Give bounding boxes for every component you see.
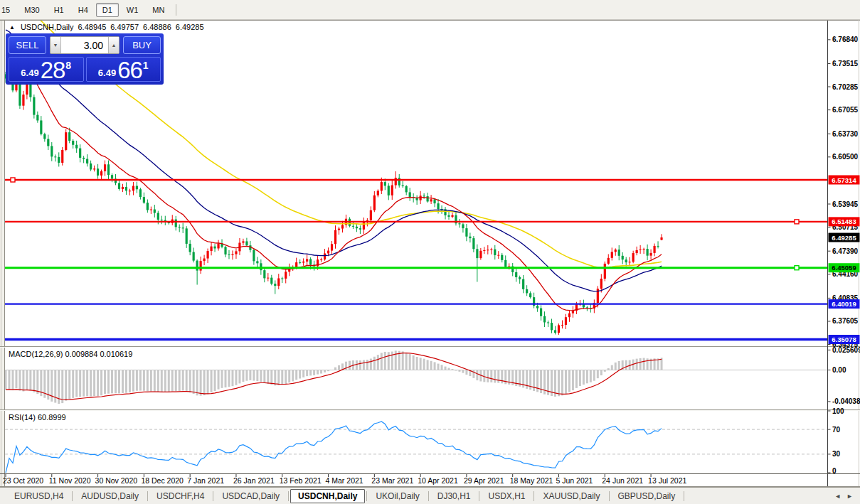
tab-separator (428, 491, 429, 501)
tab-usdcnh-daily[interactable]: USDCNH,Daily (290, 489, 365, 503)
svg-text:6.70285: 6.70285 (832, 83, 859, 91)
sell-price-sup: 8 (65, 60, 71, 71)
svg-text:100: 100 (832, 407, 844, 415)
timeframe-toolbar: 15M30H1H4D1W1MN (0, 0, 860, 20)
svg-text:6.67055: 6.67055 (832, 106, 859, 114)
svg-text:10 Apr 2021: 10 Apr 2021 (418, 476, 458, 485)
svg-text:0.00: 0.00 (832, 366, 846, 374)
sell-price-big: 28 (41, 60, 65, 80)
level-drag-handle[interactable] (795, 220, 799, 224)
symbol-tabbar: EURUSD,H4AUDUSD,DailyUSDCHF,H4USDCAD,Dai… (0, 487, 860, 504)
timeframe-button-h1[interactable]: H1 (48, 3, 70, 17)
buy-button[interactable]: BUY (123, 36, 161, 54)
svg-text:6.76840: 6.76840 (832, 36, 859, 43)
svg-text:0.025609: 0.025609 (832, 346, 860, 354)
tab-gbpusd-daily[interactable]: GBPUSD,Daily (611, 489, 683, 503)
symbol-tabs: EURUSD,H4AUDUSD,DailyUSDCHF,H4USDCAD,Dai… (7, 489, 686, 503)
svg-text:6.51483: 6.51483 (832, 218, 856, 225)
symbol-period-label: USDCNH,Daily (21, 23, 74, 31)
tab-separator (72, 491, 73, 501)
tab-usdchf-h4[interactable]: USDCHF,H4 (149, 489, 211, 503)
svg-text:18 May 2021: 18 May 2021 (510, 476, 553, 485)
svg-text:23 Oct 2020: 23 Oct 2020 (3, 476, 43, 485)
sell-price-small: 6.49 (21, 68, 38, 78)
svg-text:-0.040380: -0.040380 (832, 397, 860, 405)
svg-text:13 Feb 2021: 13 Feb 2021 (280, 476, 322, 485)
collapse-panel-icon[interactable]: ▲ (9, 24, 15, 31)
svg-text:6.63730: 6.63730 (832, 130, 859, 138)
timeframe-button-h4[interactable]: H4 (72, 3, 95, 17)
svg-text:29 Apr 2021: 29 Apr 2021 (464, 476, 504, 485)
timeframe-button-m30[interactable]: M30 (18, 3, 46, 17)
tab-dj30-h1[interactable]: DJ30,H1 (430, 489, 478, 503)
sell-button[interactable]: SELL (9, 36, 46, 54)
timeframe-button-15[interactable]: 15 (0, 3, 16, 17)
svg-text:0: 0 (832, 467, 837, 475)
buy-price-small: 6.49 (98, 68, 116, 78)
ohlc-header: ▲ USDCNH,Daily 6.48945 6.49757 6.48886 6… (9, 23, 204, 31)
tab-usdcad-daily[interactable]: USDCAD,Daily (215, 489, 287, 503)
mt4-terminal: 6.768406.735156.702856.670556.637306.605… (0, 0, 860, 504)
timeframe-button-d1[interactable]: D1 (96, 3, 119, 17)
svg-text:4 Mar 2021: 4 Mar 2021 (326, 476, 363, 485)
svg-text:24 Jun 2021: 24 Jun 2021 (602, 476, 643, 485)
high-value: 6.49757 (110, 23, 139, 31)
buy-price-display[interactable]: 6.49 66 1 (86, 57, 161, 82)
svg-text:23 Mar 2021: 23 Mar 2021 (371, 476, 413, 485)
buy-price-big: 66 (117, 60, 142, 80)
svg-text:7 Jan 2021: 7 Jan 2021 (187, 476, 224, 485)
tab-xauusd-daily[interactable]: XAUUSD,Daily (536, 489, 607, 503)
tab-separator (366, 491, 367, 501)
svg-text:6.45059: 6.45059 (832, 264, 856, 272)
tab-usdx-h1[interactable]: USDX,H1 (481, 489, 532, 503)
svg-text:6.73515: 6.73515 (832, 60, 859, 68)
svg-text:6.47390: 6.47390 (832, 247, 859, 255)
open-value: 6.48945 (78, 23, 106, 31)
sell-price-display[interactable]: 6.49 28 8 (9, 57, 84, 82)
low-value: 6.48886 (143, 23, 171, 31)
timeframe-button-mn[interactable]: MN (146, 3, 171, 17)
volume-input[interactable]: 3.00 (61, 37, 108, 53)
svg-text:11 Nov 2020: 11 Nov 2020 (49, 476, 91, 485)
svg-text:5 Jun 2021: 5 Jun 2021 (556, 476, 593, 485)
volume-decrease-icon[interactable]: ▼ (51, 37, 61, 53)
macd-indicator-label: MACD(12,26,9) 0.009884 0.010619 (9, 350, 132, 358)
tab-separator (288, 491, 289, 501)
toolbar-divider (176, 4, 176, 16)
tab-separator (147, 491, 148, 501)
level-drag-handle[interactable] (795, 266, 799, 270)
timeframe-button-w1[interactable]: W1 (120, 3, 145, 17)
tab-audusd-daily[interactable]: AUDUSD,Daily (74, 489, 146, 503)
tab-navigation: ◄ ► (834, 493, 860, 500)
one-click-trading-panel: SELL ▼ 3.00 ▲ BUY 6.49 28 8 6.49 66 1 (6, 33, 164, 85)
rsi-indicator-label: RSI(14) 60.8999 (9, 413, 66, 422)
volume-stepper: ▼ 3.00 ▲ (50, 36, 120, 54)
svg-text:6.60500: 6.60500 (832, 153, 859, 161)
tab-scroll-right-icon[interactable]: ► (846, 493, 853, 500)
volume-increase-icon[interactable]: ▲ (108, 37, 119, 53)
svg-text:6.35078: 6.35078 (832, 336, 856, 343)
buy-price-sup: 1 (143, 60, 149, 71)
svg-text:6.57314: 6.57314 (832, 176, 856, 184)
svg-text:30: 30 (832, 450, 841, 458)
tab-separator (609, 491, 610, 501)
level-drag-handle[interactable] (11, 178, 15, 182)
tab-separator (533, 491, 534, 501)
svg-text:13 Jul 2021: 13 Jul 2021 (648, 476, 686, 485)
svg-text:26 Jan 2021: 26 Jan 2021 (233, 476, 275, 485)
svg-text:6.49285: 6.49285 (832, 234, 856, 242)
svg-text:18 Dec 2020: 18 Dec 2020 (141, 476, 184, 485)
timeframe-buttons: 15M30H1H4D1W1MN (0, 3, 171, 17)
tab-eurusd-h4[interactable]: EURUSD,H4 (7, 489, 70, 503)
tab-separator (684, 491, 684, 501)
svg-text:30 Nov 2020: 30 Nov 2020 (95, 476, 138, 485)
tab-ukoil-daily[interactable]: UKOil,Daily (368, 489, 426, 503)
svg-text:70: 70 (832, 426, 841, 434)
close-value: 6.49285 (176, 23, 204, 31)
svg-text:6.53945: 6.53945 (832, 200, 859, 208)
tab-separator (213, 491, 213, 501)
tab-separator (479, 491, 479, 501)
svg-text:6.40019: 6.40019 (832, 300, 856, 308)
svg-text:6.37605: 6.37605 (832, 317, 859, 325)
tab-scroll-left-icon[interactable]: ◄ (834, 493, 841, 500)
